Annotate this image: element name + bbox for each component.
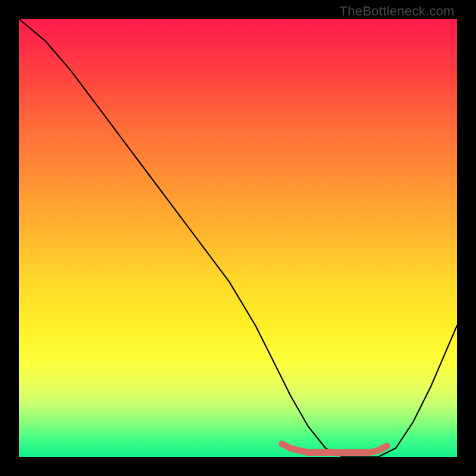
watermark-text: TheBottleneck.com	[340, 4, 455, 19]
bottleneck-curve-line	[19, 19, 457, 457]
optimal-band-line	[282, 444, 387, 453]
chart-frame	[19, 19, 457, 457]
chart-svg	[19, 19, 457, 457]
